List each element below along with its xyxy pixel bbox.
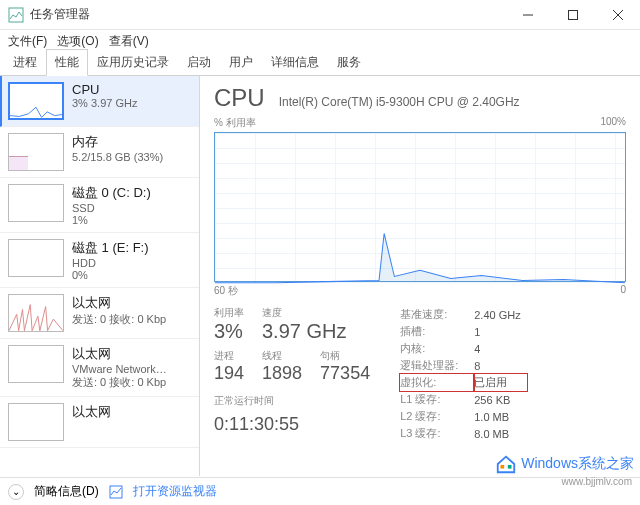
svg-rect-7	[508, 465, 512, 469]
chart-ymax: 100%	[600, 116, 626, 130]
cpu-details: 基准速度:2.40 GHz 插槽:1 内核:4 逻辑处理器:8 虚拟化:已启用 …	[400, 306, 527, 442]
cpu-name: Intel(R) Core(TM) i5-9300H CPU @ 2.40GHz	[279, 95, 520, 109]
menu-options[interactable]: 选项(O)	[57, 33, 98, 50]
sidebar-eth2-title: 以太网	[72, 403, 111, 421]
titlebar: 任务管理器	[0, 0, 640, 30]
sidebar-mem-sub: 5.2/15.8 GB (33%)	[72, 151, 163, 163]
sidebar-item-disk1[interactable]: 磁盘 1 (E: F:)HDD0%	[0, 233, 199, 288]
eth1-thumb	[8, 345, 64, 383]
sidebar-disk0-sub: SSD	[72, 202, 151, 214]
watermark-url: www.bjjmlv.com	[562, 476, 632, 487]
close-button[interactable]	[595, 0, 640, 30]
minimize-button[interactable]	[505, 0, 550, 30]
sidebar-item-ethernet0[interactable]: 以太网发送: 0 接收: 0 Kbp	[0, 288, 199, 339]
val-sockets: 1	[474, 323, 526, 340]
open-resmon-link[interactable]: 打开资源监视器	[133, 483, 217, 500]
label-uptime: 正常运行时间	[214, 394, 370, 408]
val-util: 3%	[214, 320, 244, 343]
val-proc: 194	[214, 363, 244, 384]
sidebar-eth0-title: 以太网	[72, 294, 166, 312]
tabbar: 进程 性能 应用历史记录 启动 用户 详细信息 服务	[0, 52, 640, 76]
chevron-down-icon[interactable]: ⌄	[8, 484, 24, 500]
sidebar-disk1-title: 磁盘 1 (E: F:)	[72, 239, 149, 257]
disk0-thumb	[8, 184, 64, 222]
tab-processes[interactable]: 进程	[4, 49, 46, 76]
tab-performance[interactable]: 性能	[46, 49, 88, 76]
main-panel: CPU Intel(R) Core(TM) i5-9300H CPU @ 2.4…	[200, 76, 640, 476]
label-util: 利用率	[214, 306, 244, 320]
val-logical: 8	[474, 357, 526, 374]
svg-rect-6	[501, 465, 505, 469]
tab-startup[interactable]: 启动	[178, 49, 220, 76]
watermark: Windows系统之家 www.bjjmlv.com	[495, 453, 634, 475]
chart-ylabel: % 利用率	[214, 116, 256, 130]
memory-thumb	[8, 133, 64, 171]
sidebar[interactable]: CPU3% 3.97 GHz 内存5.2/15.8 GB (33%) 磁盘 0 …	[0, 76, 200, 476]
label-threads: 线程	[262, 349, 302, 363]
tab-users[interactable]: 用户	[220, 49, 262, 76]
val-handles: 77354	[320, 363, 370, 384]
sidebar-item-disk0[interactable]: 磁盘 0 (C: D:)SSD1%	[0, 178, 199, 233]
sidebar-disk0-title: 磁盘 0 (C: D:)	[72, 184, 151, 202]
tab-details[interactable]: 详细信息	[262, 49, 328, 76]
eth2-thumb	[8, 403, 64, 441]
val-speed: 3.97 GHz	[262, 320, 346, 343]
cpu-chart[interactable]	[214, 132, 626, 282]
resmon-icon	[109, 485, 123, 499]
house-icon	[495, 453, 517, 475]
label-handles: 句柄	[320, 349, 370, 363]
val-virt: 已启用	[474, 374, 526, 391]
sidebar-mem-title: 内存	[72, 133, 163, 151]
val-cores: 4	[474, 340, 526, 357]
sidebar-eth0-sub: 发送: 0 接收: 0 Kbp	[72, 312, 166, 327]
val-l3: 8.0 MB	[474, 425, 526, 442]
sidebar-item-cpu[interactable]: CPU3% 3.97 GHz	[0, 76, 199, 127]
sidebar-item-memory[interactable]: 内存5.2/15.8 GB (33%)	[0, 127, 199, 178]
label-proc: 进程	[214, 349, 244, 363]
watermark-text: Windows系统之家	[521, 455, 634, 473]
menu-view[interactable]: 查看(V)	[109, 33, 149, 50]
tab-apphistory[interactable]: 应用历史记录	[88, 49, 178, 76]
val-uptime: 0:11:30:55	[214, 414, 370, 435]
eth0-thumb	[8, 294, 64, 332]
val-threads: 1898	[262, 363, 302, 384]
sidebar-cpu-sub: 3% 3.97 GHz	[72, 97, 137, 109]
maximize-button[interactable]	[550, 0, 595, 30]
cpu-thumb	[8, 82, 64, 120]
app-icon	[8, 7, 24, 23]
sidebar-eth1-sub2: 发送: 0 接收: 0 Kbp	[72, 375, 167, 390]
menu-file[interactable]: 文件(F)	[8, 33, 47, 50]
val-base: 2.40 GHz	[474, 306, 526, 323]
sidebar-item-ethernet1[interactable]: 以太网VMware Network…发送: 0 接收: 0 Kbp	[0, 339, 199, 397]
sidebar-cpu-title: CPU	[72, 82, 137, 97]
label-speed: 速度	[262, 306, 346, 320]
page-title: CPU	[214, 84, 265, 112]
val-l2: 1.0 MB	[474, 408, 526, 425]
disk1-thumb	[8, 239, 64, 277]
sidebar-disk1-sub: HDD	[72, 257, 149, 269]
footer: ⌄ 简略信息(D) 打开资源监视器	[0, 477, 640, 505]
sidebar-disk1-pct: 0%	[72, 269, 149, 281]
sidebar-item-ethernet2[interactable]: 以太网	[0, 397, 199, 448]
sidebar-disk0-pct: 1%	[72, 214, 151, 226]
brief-info-link[interactable]: 简略信息(D)	[34, 483, 99, 500]
val-l1: 256 KB	[474, 391, 526, 408]
svg-rect-2	[568, 10, 577, 19]
tab-services[interactable]: 服务	[328, 49, 370, 76]
sidebar-eth1-sub: VMware Network…	[72, 363, 167, 375]
sidebar-eth1-title: 以太网	[72, 345, 167, 363]
window-title: 任务管理器	[30, 6, 505, 23]
